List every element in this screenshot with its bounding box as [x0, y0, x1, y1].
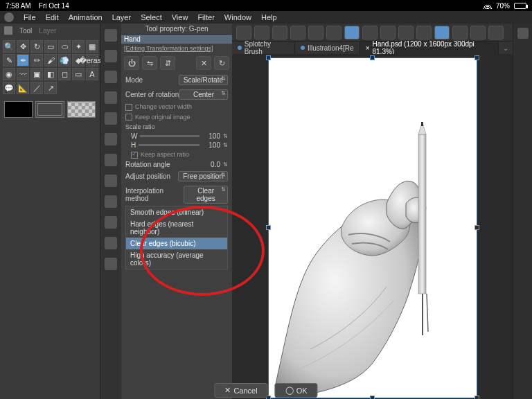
transform-power-icon[interactable]: ⏻ — [124, 56, 139, 70]
subtool-drop-icon[interactable] — [105, 133, 117, 145]
tb-help-icon[interactable] — [488, 26, 504, 39]
tb-deselect-icon[interactable] — [308, 26, 323, 39]
scale-w-value[interactable]: 100 — [202, 132, 220, 140]
canvas-viewport[interactable] — [232, 54, 513, 399]
center-select[interactable]: Center — [179, 89, 228, 100]
balloon-tool-icon[interactable]: 💬 — [3, 82, 15, 94]
status-time: 7:58 AM — [6, 2, 31, 10]
brush-tool-icon[interactable]: 🖌 — [44, 54, 57, 66]
liquify-tool-icon[interactable]: 〰 — [17, 68, 29, 80]
rotation-value[interactable]: 0.0 — [202, 161, 220, 168]
text-tool-icon[interactable]: A — [86, 68, 98, 80]
tb-material-icon[interactable] — [470, 26, 486, 39]
scale-h-value[interactable]: 100 — [202, 141, 220, 149]
tb-ruler-icon[interactable] — [398, 26, 414, 39]
fill-tool-icon[interactable]: ▣ — [30, 68, 43, 80]
menu-edit[interactable]: Edit — [46, 13, 59, 21]
swatch-background[interactable] — [67, 101, 96, 118]
interp-option-bicubic[interactable]: Clear edges (bicubic) — [126, 238, 227, 249]
scale-w-slider[interactable] — [140, 135, 200, 137]
change-vector-checkbox[interactable] — [125, 104, 132, 111]
eraser-tool-icon[interactable]: �erase — [86, 54, 98, 66]
tb-snap-icon[interactable] — [434, 26, 450, 39]
tb-3d-icon[interactable] — [452, 26, 468, 39]
tb-grid-icon[interactable] — [416, 26, 432, 39]
move-tool-icon[interactable]: ✥ — [17, 40, 29, 53]
frame-tool-icon[interactable]: ▭ — [72, 68, 85, 80]
subtool-palette-icon[interactable] — [105, 112, 117, 125]
ruler-tool-icon[interactable]: 📐 — [17, 82, 29, 94]
adjust-position-select[interactable]: Free position — [178, 171, 228, 181]
wand-tool-icon[interactable]: ✦ — [72, 40, 85, 53]
toolbox-tab-layer[interactable]: Layer — [39, 27, 56, 35]
menu-view[interactable]: View — [172, 13, 188, 21]
pen-tool-icon[interactable]: ✒ — [17, 54, 29, 66]
tb-canvas-icon[interactable] — [380, 26, 396, 39]
marquee-tool-icon[interactable]: ▭ — [44, 40, 57, 53]
subtool-history-icon[interactable] — [105, 154, 117, 166]
lasso-tool-icon[interactable]: ⬭ — [58, 40, 71, 53]
transform-reset-icon[interactable]: ↻ — [214, 56, 229, 70]
subtool-slider-icon[interactable] — [105, 175, 117, 187]
interp-option-bilinear[interactable]: Smooth edges (bilinear) — [126, 206, 227, 218]
scale-h-slider[interactable] — [139, 144, 200, 146]
subtool-ref-icon[interactable] — [105, 237, 117, 249]
menu-layer[interactable]: Layer — [112, 13, 132, 21]
editing-link[interactable]: [Editing Transformation settings] — [121, 44, 232, 53]
tb-select-icon[interactable] — [290, 26, 305, 39]
mode-select[interactable]: Scale/Rotate — [179, 75, 228, 85]
tabs-overflow-icon[interactable]: ⌄ — [499, 44, 513, 52]
subtool-color-icon[interactable] — [105, 91, 117, 104]
subtool-marker-icon[interactable] — [105, 71, 117, 83]
tb-redo-icon[interactable] — [254, 26, 269, 39]
toolbox-tab-tool[interactable]: Tool — [19, 27, 32, 35]
tab-hand[interactable]: × Hand.psd (1200 x 1600px 300dpi 81.3%) — [360, 42, 499, 54]
document-page[interactable] — [269, 58, 477, 398]
airbrush-tool-icon[interactable]: 💨 — [58, 54, 71, 66]
app-logo-icon[interactable] — [4, 12, 14, 22]
swatch-foreground[interactable] — [4, 101, 33, 118]
interpolation-select[interactable]: Clear edges — [184, 186, 228, 204]
zoom-tool-icon[interactable]: 🔍 — [3, 40, 15, 53]
keep-original-checkbox[interactable] — [125, 114, 132, 121]
tb-clear-icon[interactable] — [272, 26, 287, 39]
pencil-tool-icon[interactable]: ✏ — [30, 54, 43, 66]
figure-tool-icon[interactable]: ◻ — [58, 68, 71, 80]
interp-option-nearest[interactable]: Hard edges (nearest neighbor) — [126, 218, 227, 238]
menu-window[interactable]: Window — [224, 13, 251, 21]
menu-select[interactable]: Select — [141, 13, 162, 21]
tab-splotchy[interactable]: Splotchy Brush — [232, 42, 295, 54]
keep-aspect-checkbox[interactable] — [131, 152, 138, 159]
rotate-tool-icon[interactable]: ↻ — [30, 40, 43, 53]
transform-flip-h-icon[interactable]: ⇋ — [142, 56, 157, 70]
subtool-info-icon[interactable] — [105, 258, 117, 270]
transform-cancel-icon[interactable]: ✕ — [196, 56, 211, 70]
tab-illustration[interactable]: Illustration4[Re — [295, 42, 360, 54]
eyedropper-tool-icon[interactable]: ✎ — [3, 54, 15, 66]
tb-layer-icon[interactable] — [326, 26, 342, 39]
tb-transform-icon[interactable] — [344, 26, 360, 39]
swatch-transparent[interactable] — [35, 101, 64, 118]
interp-option-average[interactable]: High accuracy (average colors) — [126, 249, 227, 269]
tb-crop-icon[interactable] — [362, 26, 378, 39]
subtool-pen-icon[interactable] — [105, 50, 117, 62]
select-tool-icon[interactable]: ▦ — [86, 40, 98, 53]
menu-file[interactable]: File — [24, 13, 36, 21]
canvas-area: Splotchy Brush Illustration4[Re × Hand.p… — [232, 24, 513, 399]
subtool-layers-icon[interactable] — [105, 195, 117, 208]
gradient-tool-icon[interactable]: ◧ — [44, 68, 57, 80]
subtool-target-icon[interactable] — [105, 29, 117, 42]
transform-flip-v-icon[interactable]: ⇵ — [160, 56, 175, 70]
blend-tool-icon[interactable]: ◉ — [3, 68, 15, 80]
right-panel-icon[interactable] — [517, 28, 529, 39]
tab-close-icon[interactable]: × — [366, 44, 370, 52]
menu-help[interactable]: Help — [261, 13, 277, 21]
subtool-search-icon[interactable] — [105, 216, 117, 229]
line-tool-icon[interactable]: ／ — [30, 82, 43, 94]
tb-undo-icon[interactable] — [236, 26, 251, 39]
correct-tool-icon[interactable]: ↗ — [44, 82, 57, 94]
menu-filter[interactable]: Filter — [197, 13, 214, 21]
cancel-button[interactable]: ✕Cancel — [214, 383, 267, 398]
menu-animation[interactable]: Animation — [69, 13, 103, 21]
ok-button[interactable]: ◯OK — [275, 383, 318, 398]
